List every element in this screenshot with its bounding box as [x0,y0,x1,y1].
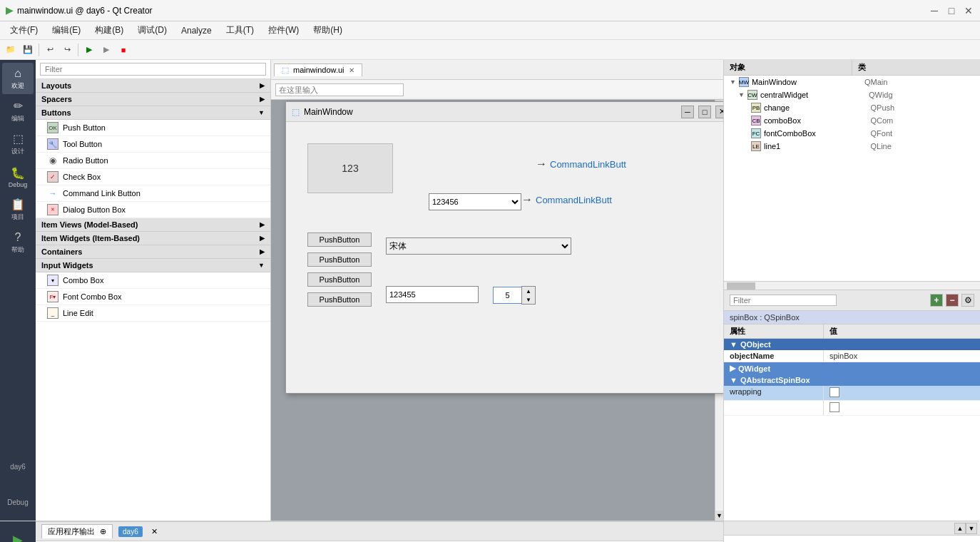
tab-close-btn[interactable]: ✕ [349,66,354,74]
radio-button-icon: ◉ [47,155,58,166]
maximize-button[interactable]: □ [946,5,957,16]
prop-group-qobject[interactable]: ▼ QObject [724,339,980,350]
extra-checkbox[interactable] [830,402,839,412]
close-button[interactable]: ✕ [963,5,974,16]
group-layouts[interactable]: Layouts ▶ [36,79,270,93]
sidebar-item-project[interactable]: 📋 项目 [2,194,34,225]
toolbar-btn-undo[interactable]: ↩ [42,42,58,58]
sim-cmd-link-btn-1[interactable]: → CommandLinkButt [536,158,626,170]
widget-command-link[interactable]: → Command Link Button [36,185,270,202]
widget-dialog-button[interactable]: ✕ Dialog Button Box [36,202,270,218]
sim-spin-input[interactable] [493,287,521,304]
editor-tab-label: mainwindow.ui [293,66,344,74]
group-item-widgets-arrow: ▶ [260,235,265,242]
scroll-down-btn[interactable]: ▼ [715,511,723,521]
sidebar-item-welcome[interactable]: ⌂ 欢迎 [2,63,34,94]
wrapping-checkbox[interactable] [830,387,839,397]
sim-cmd-link-btn-2[interactable]: → CommandLinkButt [521,193,612,206]
props-scroll-up[interactable]: ▲ [954,523,966,534]
sidebar-item-edit[interactable]: ✏ 编辑 [2,96,34,127]
toolbar-btn-debug-run[interactable]: ▶ [98,42,114,58]
sim-combo-box[interactable]: 123456 [429,193,521,210]
sidebar-item-design[interactable]: ⬚ 设计 [2,128,34,160]
group-item-widgets[interactable]: Item Widgets (Item-Based) ▶ [36,232,270,245]
minimize-button[interactable]: ─ [929,5,940,16]
widget-push-button[interactable]: OK Push Button [36,120,270,136]
tree-item-centralwidget[interactable]: ▼ CW centralWidget QWidg [724,88,980,101]
menu-tools[interactable]: 工具(T) [219,22,261,39]
group-containers[interactable]: Containers ▶ [36,245,270,259]
widget-combo-box[interactable]: ▾ Combo Box [36,272,270,289]
obj-col-label: 对象 [730,63,745,71]
menu-build[interactable]: 构建(B) [88,22,131,39]
menu-help[interactable]: 帮助(H) [306,22,349,39]
sidebar-item-day6[interactable]: day6 [2,451,34,482]
menu-widgets[interactable]: 控件(W) [261,22,306,39]
toolbar-btn-stop[interactable]: ■ [116,42,131,58]
prop-group-qabstractspinbox[interactable]: ▼ QAbstractSpinBox [724,374,980,386]
widget-filter-input[interactable] [40,63,266,76]
group-buttons[interactable]: Buttons ▼ [36,106,270,120]
menu-analyze[interactable]: Analyze [174,24,219,38]
menu-edit[interactable]: 编辑(E) [45,22,88,39]
project-icon: 📋 [11,198,25,211]
tree-hscrollbar-thumb[interactable] [727,282,755,290]
toolbar-btn-redo[interactable]: ↪ [59,42,75,58]
tree-name-fontcombobox: fontComboBox [764,129,868,138]
props-remove-btn[interactable]: − [946,294,959,307]
tree-icon-mainwindow: MW [739,77,749,87]
check-box-icon: ✓ [47,171,58,183]
widget-check-box[interactable]: ✓ Check Box [36,169,270,185]
toolbar-btn-1[interactable]: 📁 [3,42,19,58]
editor-tab-mainwindow[interactable]: ⬚ mainwindow.ui ✕ [274,63,362,76]
group-item-views[interactable]: Item Views (Model-Based) ▶ [36,218,270,232]
sim-combo-select[interactable]: 123456 [429,193,521,210]
tree-item-mainwindow[interactable]: ▼ MW MainWindow QMain [724,76,980,88]
sim-font-combo[interactable]: 宋体 [386,237,571,255]
sidebar-bottom-run[interactable]: ▶ [2,524,34,542]
widget-tool-button[interactable]: 🔧 Tool Button [36,136,270,153]
sidebar-item-debug[interactable]: 🐛 Debug [2,161,34,193]
group-item-views-arrow: ▶ [260,221,265,228]
props-scroll-down[interactable]: ▼ [966,523,977,534]
menu-file[interactable]: 文件(F) [3,22,45,39]
sim-spin-up[interactable]: ▲ [522,287,535,295]
sim-push-btn-1[interactable]: PushButton [307,232,372,247]
widget-radio-button[interactable]: ◉ Radio Button [36,153,270,169]
sim-maximize-btn[interactable]: □ [698,106,711,118]
sim-push-btn-3[interactable]: PushButton [307,272,372,287]
group-input-widgets[interactable]: Input Widgets ▼ [36,259,270,272]
group-spacers[interactable]: Spacers ▶ [36,93,270,106]
sim-close-btn[interactable]: ✕ [715,106,723,118]
sidebar-item-debugmode[interactable]: Debug [2,486,34,518]
tree-item-fontcombobox[interactable]: FC fontComboBox QFont [724,127,980,140]
sim-line-input[interactable] [386,286,479,303]
sim-spin-down[interactable]: ▼ [522,295,535,304]
widget-line-edit[interactable]: _ Line Edit [36,305,270,322]
sim-push-btn-4[interactable]: PushButton [307,292,372,307]
tree-hscrollbar[interactable] [724,281,980,290]
sim-minimize-btn[interactable]: ─ [681,106,694,118]
props-config-btn[interactable]: ⚙ [961,294,974,307]
toolbar-btn-run[interactable]: ▶ [81,42,97,58]
widget-font-combo[interactable]: F▾ Font Combo Box [36,289,270,305]
search-input[interactable] [275,83,404,96]
props-filter-input[interactable] [730,295,837,306]
tree-item-combobox[interactable]: CB comboBox QCom [724,114,980,127]
tree-item-line1[interactable]: LE line1 QLine [724,140,980,153]
tree-icon-fontcombobox: FC [751,128,761,138]
output-tab-app[interactable]: 应用程序输出 ⊕ [41,524,113,538]
output-tab-close[interactable]: ⊕ [100,527,106,536]
output-day6-close[interactable]: ✕ [151,527,158,536]
tree-item-change[interactable]: PB change QPush [724,101,980,114]
sidebar-item-help[interactable]: ? 帮助 [2,227,34,258]
prop-group-qwidget[interactable]: ▶ QWidget [724,362,980,374]
sim-push-btn-2[interactable]: PushButton [307,252,372,267]
props-add-btn[interactable]: + [930,294,943,307]
sim-font-select[interactable]: 宋体 [386,237,571,255]
sim-line-edit[interactable] [386,286,479,303]
sim-number-display: 123 [307,143,393,193]
help-icon: ? [15,231,21,244]
toolbar-btn-2[interactable]: 💾 [20,42,36,58]
menu-debug[interactable]: 调试(D) [131,22,174,39]
